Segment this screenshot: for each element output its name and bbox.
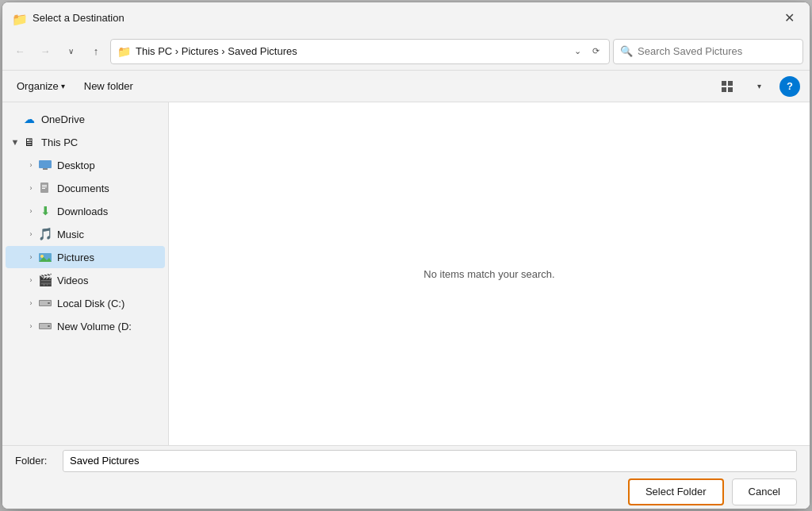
- new-folder-button[interactable]: New folder: [79, 77, 138, 95]
- sidebar-item-label: Documents: [57, 182, 109, 194]
- folder-input[interactable]: [63, 450, 797, 472]
- new-volume-icon: [37, 320, 53, 332]
- bottom-bar: Folder: Select Folder Cancel: [2, 445, 810, 509]
- documents-expand-icon: ›: [25, 182, 37, 194]
- downloads-icon: ⬇: [37, 205, 53, 217]
- svg-rect-8: [42, 186, 47, 187]
- forward-button[interactable]: →: [34, 40, 56, 63]
- content-area: ☁ OneDrive ▼ 🖥 This PC › Desktop ›: [2, 102, 810, 445]
- local-disk-expand-icon: ›: [25, 297, 37, 309]
- cancel-button[interactable]: Cancel: [732, 478, 797, 505]
- sidebar-item-desktop[interactable]: › Desktop: [6, 154, 165, 176]
- sidebar-item-label: Videos: [57, 275, 89, 286]
- address-chevron-icon[interactable]: ⌄: [571, 44, 584, 58]
- address-path: This PC › Pictures › Saved Pictures: [136, 45, 566, 57]
- empty-message: No items match your search.: [423, 268, 554, 280]
- sidebar-item-local-disk[interactable]: › Local Disk (C:): [6, 292, 165, 314]
- pictures-expand-icon: ›: [25, 251, 37, 263]
- search-box[interactable]: 🔍: [613, 39, 803, 64]
- svg-point-11: [40, 255, 44, 258]
- refresh-button[interactable]: ⟳: [589, 44, 603, 58]
- folder-label: Folder:: [15, 455, 63, 467]
- local-disk-icon: [37, 297, 53, 309]
- nav-bar: ← → ∨ ↑ 📁 This PC › Pictures › Saved Pic…: [2, 33, 810, 71]
- svg-rect-1: [728, 81, 733, 86]
- onedrive-icon: ☁: [21, 113, 37, 125]
- search-input[interactable]: [638, 45, 796, 57]
- dialog: 📁 Select a Destination ✕ ← → ∨ ↑ 📁 This …: [2, 2, 810, 509]
- this-pc-icon: 🖥: [21, 136, 37, 148]
- address-bar[interactable]: 📁 This PC › Pictures › Saved Pictures ⌄ …: [110, 39, 610, 64]
- videos-icon: 🎬: [37, 274, 53, 286]
- svg-rect-0: [722, 81, 726, 86]
- music-expand-icon: ›: [25, 228, 37, 240]
- sidebar-item-pictures[interactable]: › Pictures: [6, 246, 165, 268]
- sidebar-item-label: This PC: [41, 136, 78, 148]
- organize-button[interactable]: Organize ▾: [12, 77, 70, 95]
- svg-rect-3: [728, 87, 733, 92]
- svg-rect-9: [42, 188, 45, 189]
- select-folder-button[interactable]: Select Folder: [628, 478, 724, 505]
- downloads-expand-icon: ›: [25, 205, 37, 217]
- this-pc-expand-icon: ▼: [9, 136, 21, 148]
- view-options-button[interactable]: [716, 75, 738, 98]
- title-bar: 📁 Select a Destination ✕: [2, 2, 810, 33]
- sidebar: ☁ OneDrive ▼ 🖥 This PC › Desktop ›: [2, 102, 169, 445]
- sidebar-item-label: Music: [57, 229, 84, 240]
- svg-rect-7: [42, 185, 47, 186]
- sidebar-item-label: Desktop: [57, 159, 95, 171]
- videos-expand-icon: ›: [25, 274, 37, 286]
- address-folder-icon: 📁: [117, 45, 131, 58]
- sidebar-item-label: Pictures: [57, 252, 94, 263]
- svg-rect-2: [722, 87, 726, 92]
- nav-dropdown-button[interactable]: ∨: [59, 40, 82, 63]
- desktop-icon: [37, 159, 53, 171]
- main-content: No items match your search.: [169, 102, 810, 445]
- sidebar-item-downloads[interactable]: › ⬇ Downloads: [6, 200, 165, 222]
- pictures-icon: [37, 251, 53, 263]
- search-icon: 🔍: [620, 45, 633, 57]
- sidebar-item-label: Downloads: [57, 206, 108, 217]
- dialog-title: Select a Destination: [33, 12, 778, 24]
- up-button[interactable]: ↑: [85, 40, 107, 63]
- svg-rect-5: [43, 168, 48, 170]
- organize-chevron-icon: ▾: [61, 82, 65, 90]
- desktop-expand-icon: ›: [25, 159, 37, 171]
- onedrive-expand-icon: [9, 113, 21, 125]
- sidebar-item-label: New Volume (D:: [57, 321, 132, 332]
- buttons-row: Select Folder Cancel: [2, 478, 810, 510]
- documents-icon: [37, 182, 53, 194]
- help-button[interactable]: ?: [779, 76, 800, 97]
- sidebar-item-label: OneDrive: [41, 113, 85, 125]
- sidebar-item-onedrive[interactable]: ☁ OneDrive: [6, 108, 165, 130]
- view-dropdown-button[interactable]: ▾: [748, 75, 770, 98]
- svg-rect-15: [48, 302, 50, 304]
- svg-rect-4: [39, 160, 52, 168]
- new-volume-expand-icon: ›: [25, 320, 37, 332]
- music-icon: 🎵: [37, 228, 53, 240]
- view-icon: [721, 80, 733, 93]
- sidebar-item-music[interactable]: › 🎵 Music: [6, 223, 165, 245]
- sidebar-item-this-pc[interactable]: ▼ 🖥 This PC: [6, 131, 165, 153]
- svg-rect-6: [40, 182, 48, 193]
- title-icon: 📁: [12, 12, 26, 23]
- sidebar-item-documents[interactable]: › Documents: [6, 177, 165, 199]
- close-button[interactable]: ✕: [778, 6, 800, 29]
- sidebar-item-label: Local Disk (C:): [57, 298, 124, 309]
- svg-rect-18: [48, 325, 50, 327]
- sidebar-item-videos[interactable]: › 🎬 Videos: [6, 269, 165, 291]
- sidebar-item-new-volume[interactable]: › New Volume (D:: [6, 315, 165, 337]
- toolbar: Organize ▾ New folder ▾ ?: [2, 71, 810, 102]
- back-button[interactable]: ←: [9, 40, 31, 63]
- folder-row: Folder:: [2, 444, 810, 478]
